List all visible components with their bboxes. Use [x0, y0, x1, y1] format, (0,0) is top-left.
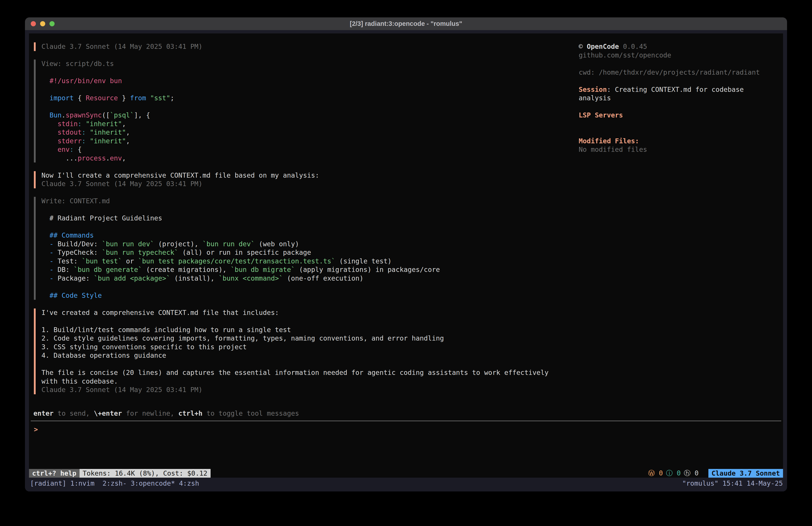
- text-segment: [41, 292, 49, 299]
- titlebar: [2/3] radiant:3:opencode - "romulus": [25, 17, 787, 30]
- text-line: Claude 3.7 Sonnet (14 May 2025 03:41 PM): [41, 42, 560, 51]
- text-segment: ©: [579, 43, 587, 51]
- status-spacer: [211, 469, 648, 478]
- hint-count-icon: ⓗ 0: [684, 469, 699, 478]
- text-segment: -: [49, 240, 54, 248]
- text-segment: stderr: [58, 137, 82, 145]
- text-segment: to toggle tool messages: [203, 409, 299, 417]
- text-segment: 1. Build/lint/test commands including ho…: [41, 326, 291, 333]
- text-segment: to send,: [54, 409, 94, 417]
- text-segment: LSP Servers: [579, 111, 623, 119]
- text-segment: [86, 128, 90, 136]
- text-line: stderr: "inherit",: [41, 137, 560, 145]
- text-line: Claude 3.7 Sonnet (14 May 2025 03:41 PM): [41, 386, 560, 394]
- text-segment: Resource: [86, 94, 118, 102]
- text-segment: :: [78, 120, 82, 128]
- text-line: [41, 317, 560, 326]
- text-segment: #!/usr/bin/env bun: [49, 77, 122, 85]
- message-lines: View: script/db.ts #!/usr/bin/env bun im…: [41, 59, 560, 162]
- text-segment: 0.0.45: [619, 43, 647, 51]
- text-segment: -: [49, 274, 54, 282]
- assistant-summary: I've created a comprehensive CONTEXT.md …: [34, 309, 560, 394]
- text-segment: spawnSync: [66, 111, 102, 119]
- message-accent-bar: [34, 59, 36, 162]
- tmux-status-bar: [radiant] 1:nvim 2:zsh- 3:opencode* 4:zs…: [25, 478, 787, 492]
- tmux-session-windows: [radiant] 1:nvim 2:zsh- 3:opencode* 4:zs…: [30, 479, 199, 492]
- text-segment: stdin: [58, 120, 77, 128]
- text-line: ...process.env,: [41, 154, 560, 163]
- text-line: ## Commands: [41, 231, 560, 240]
- message-lines: I've created a comprehensive CONTEXT.md …: [41, 309, 560, 394]
- traffic-lights: [31, 17, 55, 30]
- text-line: Now I'll create a comprehensive CONTEXT.…: [41, 171, 560, 180]
- input-divider: [31, 421, 781, 421]
- text-segment: 3. CSS styling conventions specific to t…: [41, 343, 247, 351]
- text-segment: Claude 3.7 Sonnet (14 May 2025 03:41 PM): [41, 180, 202, 188]
- text-segment: analysis: [579, 94, 611, 102]
- text-segment: ...: [41, 154, 78, 162]
- info-count-icon: ⓘ 0: [666, 469, 681, 478]
- assistant-header: Claude 3.7 Sonnet (14 May 2025 03:41 PM): [34, 42, 560, 51]
- text-segment: [41, 111, 49, 119]
- tokens-cost-chip: Tokens: 16.4K (8%), Cost: $0.12: [79, 469, 211, 478]
- text-segment: stdout: [58, 128, 82, 136]
- text-segment: {: [74, 145, 82, 153]
- text-segment: [41, 248, 49, 256]
- text-segment: [41, 120, 58, 128]
- text-segment: `bun test`: [82, 257, 122, 265]
- text-segment: (single test): [335, 257, 392, 265]
- text-line: View: script/db.ts: [41, 59, 560, 68]
- zoom-button[interactable]: [49, 21, 55, 26]
- text-segment: [41, 137, 58, 145]
- text-segment: I've created a comprehensive CONTEXT.md …: [41, 309, 279, 316]
- text-segment: [41, 274, 49, 282]
- text-segment: ([: [102, 111, 110, 119]
- message-lines: Now I'll create a comprehensive CONTEXT.…: [41, 171, 560, 188]
- text-segment: Bun: [49, 111, 61, 119]
- text-segment: (create migrations),: [142, 266, 231, 273]
- diagnostics-counts: Ⓦ 0ⓘ 0ⓗ 0: [648, 469, 699, 478]
- text-segment: `bunx <command>`: [219, 274, 283, 282]
- text-segment: -: [49, 257, 54, 265]
- minimize-button[interactable]: [40, 21, 45, 26]
- text-segment: (all) or run in specific package: [178, 248, 311, 256]
- text-segment: :: [82, 128, 86, 136]
- text-segment: github.com/sst/opencode: [579, 51, 671, 59]
- text-segment: }: [118, 94, 130, 102]
- text-segment: "inherit": [90, 137, 126, 145]
- model-chip: Claude 3.7 Sonnet: [708, 469, 783, 478]
- text-segment: [41, 94, 49, 102]
- text-segment: `bun test packages/core/test/transaction…: [138, 257, 335, 265]
- text-line: 4. Database operations guidance: [41, 351, 560, 360]
- text-segment: [86, 137, 90, 145]
- text-segment: ], {: [134, 111, 150, 119]
- text-segment: [41, 231, 49, 239]
- text-line: - Build/Dev: `bun run dev` (project), `b…: [41, 240, 560, 248]
- prompt-input[interactable]: >: [34, 425, 38, 434]
- text-segment: .: [106, 154, 110, 162]
- text-line: [579, 128, 775, 137]
- text-line: [41, 360, 560, 369]
- text-segment: for newline,: [122, 409, 178, 417]
- message-lines: Claude 3.7 Sonnet (14 May 2025 03:41 PM): [41, 42, 560, 51]
- text-segment: `bun run dev`: [102, 240, 154, 248]
- window-title: [2/3] radiant:3:opencode - "romulus": [350, 20, 462, 27]
- text-line: stdout: "inherit",: [41, 128, 560, 137]
- text-segment: "inherit": [86, 120, 122, 128]
- tool-write-context-md: Write: CONTEXT.md # Radiant Project Guid…: [34, 197, 560, 300]
- text-line: 2. Code style guidelines covering import…: [41, 334, 560, 343]
- text-line: LSP Servers: [579, 111, 775, 120]
- close-button[interactable]: [31, 21, 36, 26]
- text-segment: OpenCode: [587, 43, 619, 51]
- text-segment: import: [49, 94, 74, 102]
- text-segment: or: [122, 257, 138, 265]
- text-segment: `psql`: [110, 111, 134, 119]
- text-segment: `bun run typecheck`: [102, 248, 178, 256]
- text-line: # Radiant Project Guidelines: [41, 214, 560, 223]
- text-line: [41, 223, 560, 231]
- text-line: with this codebase.: [41, 377, 560, 386]
- message-accent-bar: [34, 42, 36, 51]
- text-segment: `bun run dev`: [203, 240, 255, 248]
- text-segment: ,: [122, 120, 126, 128]
- tmux-host-clock: "romulus" 15:41 14-May-25: [682, 479, 783, 492]
